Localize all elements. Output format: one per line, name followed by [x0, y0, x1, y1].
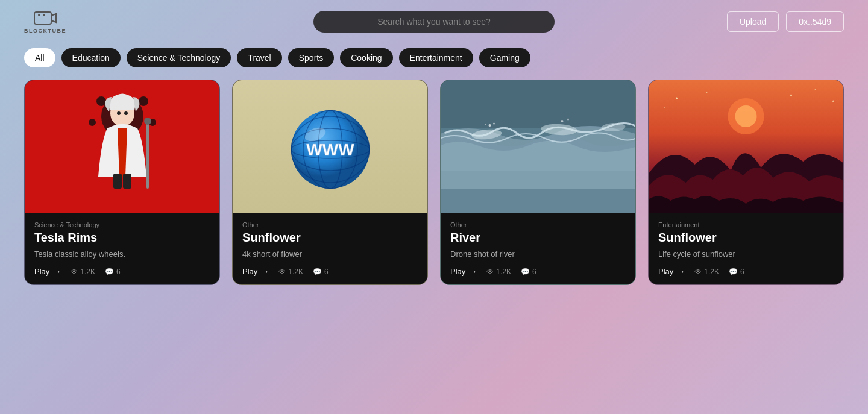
comments-stat-1: 💬 6: [105, 268, 121, 276]
svg-point-30: [485, 124, 486, 125]
eye-icon-4: 👁: [694, 268, 702, 276]
svg-point-2: [43, 14, 45, 16]
card-category-3: Other: [450, 221, 626, 228]
svg-point-41: [664, 107, 665, 108]
play-button-1[interactable]: Play →: [34, 267, 61, 276]
comment-icon-3: 💬: [521, 268, 530, 276]
search-input[interactable]: [313, 11, 555, 33]
video-card-2: WWW Other Sunflower 4k short of flower P…: [232, 80, 428, 285]
views-stat-4: 👁 1.2K: [694, 268, 719, 276]
play-button-4[interactable]: Play →: [658, 267, 685, 276]
svg-point-38: [790, 95, 792, 96]
thumbnail-2: WWW: [233, 80, 427, 213]
comment-icon-4: 💬: [729, 268, 738, 276]
card-body-2: Other Sunflower 4k short of flower Play …: [233, 213, 427, 284]
svg-point-37: [706, 92, 708, 93]
svg-rect-11: [146, 122, 149, 189]
filter-education[interactable]: Education: [61, 48, 121, 67]
card-desc-1: Tesla classic alloy wheels.: [34, 249, 210, 259]
card-body-3: Other River Drone shot of river Play → 👁…: [441, 213, 635, 284]
filter-all[interactable]: All: [24, 48, 55, 67]
filter-cooking[interactable]: Cooking: [340, 48, 392, 67]
wallet-button[interactable]: 0x..54d9: [786, 11, 844, 32]
cards-grid: Science & Technology Tesla Rims Tesla cl…: [0, 80, 868, 285]
card-footer-4: Play → 👁 1.2K 💬 6: [658, 267, 834, 276]
play-button-3[interactable]: Play →: [450, 267, 477, 276]
svg-point-35: [735, 105, 757, 127]
eye-icon-2: 👁: [278, 268, 286, 276]
views-stat-1: 👁 1.2K: [71, 268, 95, 276]
svg-rect-13: [113, 174, 122, 189]
svg-rect-14: [123, 174, 131, 189]
logo-icon: [33, 10, 57, 27]
filter-sports[interactable]: Sports: [288, 48, 334, 67]
header: BLOCKTUBE Upload 0x..54d9: [0, 0, 868, 43]
video-card-4: Entertainment Sunflower Life cycle of su…: [648, 80, 844, 285]
svg-point-6: [89, 119, 96, 126]
ocean-waves-svg: [441, 80, 635, 213]
card-desc-4: Life cycle of sunflower: [658, 249, 834, 259]
card-desc-2: 4k short of flower: [242, 249, 418, 259]
comments-stat-4: 💬 6: [729, 268, 744, 276]
svg-point-29: [493, 123, 495, 125]
card-title-2: Sunflower: [242, 231, 418, 245]
eye-icon-3: 👁: [486, 268, 494, 276]
svg-point-5: [139, 96, 148, 106]
svg-point-12: [144, 118, 151, 125]
play-button-2[interactable]: Play →: [242, 267, 269, 276]
svg-point-31: [561, 120, 564, 122]
card-title-1: Tesla Rims: [34, 231, 210, 245]
card-footer-1: Play → 👁 1.2K 💬 6: [34, 267, 210, 276]
comment-icon-2: 💬: [313, 268, 322, 276]
thumbnail-4: [649, 80, 843, 213]
card-category-4: Entertainment: [658, 221, 834, 228]
video-card-1: Science & Technology Tesla Rims Tesla cl…: [24, 80, 220, 285]
svg-point-4: [96, 96, 106, 106]
comments-stat-2: 💬 6: [313, 268, 329, 276]
mountain-sunset-svg: [649, 80, 843, 213]
search-bar: [313, 11, 555, 33]
logo: BLOCKTUBE: [24, 10, 66, 34]
video-card-3: Other River Drone shot of river Play → 👁…: [440, 80, 636, 285]
anime-character-svg: [68, 80, 177, 213]
filter-gaming[interactable]: Gaming: [479, 48, 530, 67]
svg-point-32: [567, 119, 569, 121]
filter-travel[interactable]: Travel: [237, 48, 281, 67]
svg-point-9: [117, 111, 121, 115]
svg-point-28: [489, 124, 491, 127]
card-footer-2: Play → 👁 1.2K 💬 6: [242, 267, 418, 276]
filter-entertainment[interactable]: Entertainment: [399, 48, 473, 67]
svg-rect-0: [34, 12, 51, 24]
views-stat-3: 👁 1.2K: [486, 268, 511, 276]
card-footer-3: Play → 👁 1.2K 💬 6: [450, 267, 626, 276]
svg-point-40: [832, 101, 834, 102]
comment-icon-1: 💬: [105, 268, 114, 276]
views-stat-2: 👁 1.2K: [278, 268, 303, 276]
svg-point-39: [815, 89, 816, 90]
filter-science[interactable]: Science & Technology: [127, 48, 231, 67]
card-desc-3: Drone shot of river: [450, 249, 626, 259]
svg-point-36: [676, 98, 678, 99]
card-category-1: Science & Technology: [34, 221, 210, 228]
header-right: Upload 0x..54d9: [727, 11, 844, 32]
svg-point-10: [124, 111, 128, 115]
card-body-4: Entertainment Sunflower Life cycle of su…: [649, 213, 843, 284]
thumbnail-3: [441, 80, 635, 213]
svg-point-1: [38, 14, 40, 16]
svg-text:WWW: WWW: [306, 140, 354, 159]
filter-row: All Education Science & Technology Trave…: [0, 43, 868, 80]
logo-text: BLOCKTUBE: [24, 28, 66, 34]
card-body-1: Science & Technology Tesla Rims Tesla cl…: [25, 213, 219, 284]
card-title-4: Sunflower: [658, 231, 834, 245]
card-category-2: Other: [242, 221, 418, 228]
thumbnail-1: [25, 80, 219, 213]
upload-button[interactable]: Upload: [727, 11, 779, 32]
comments-stat-3: 💬 6: [521, 268, 536, 276]
card-title-3: River: [450, 231, 626, 245]
www-globe-svg: WWW: [282, 98, 379, 195]
eye-icon-1: 👁: [71, 268, 78, 276]
